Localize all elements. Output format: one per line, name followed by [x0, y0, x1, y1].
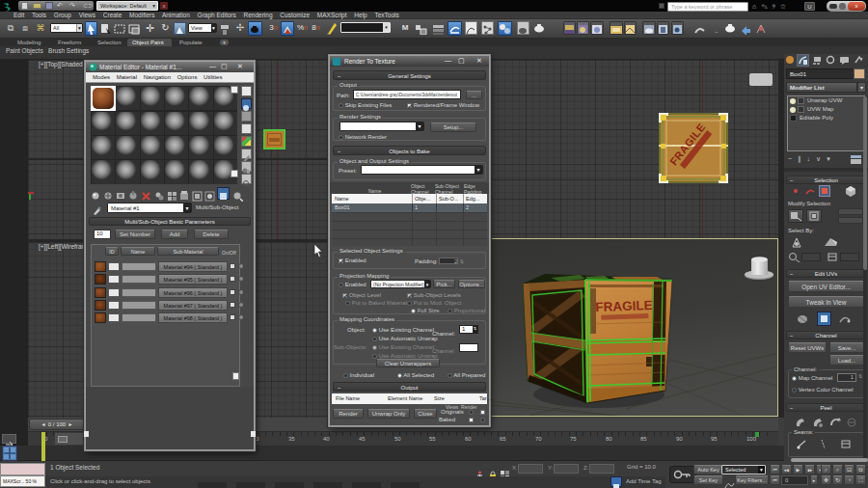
svg-text:FRAGILE: FRAGILE — [595, 298, 653, 314]
